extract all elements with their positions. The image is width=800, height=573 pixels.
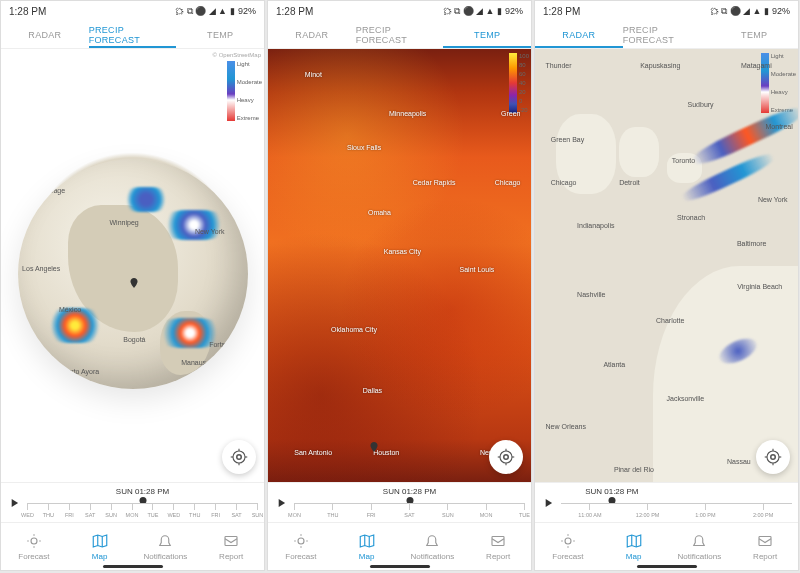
timeline-track[interactable]: SUN 01:28 PM WED THU FRI SAT SUN MON TUE… xyxy=(27,487,258,519)
battery-icon: ▮ xyxy=(230,6,235,16)
status-time: 1:28 PM xyxy=(9,6,46,17)
locate-button[interactable] xyxy=(489,440,523,474)
city-sanantonio: San Antonio xyxy=(294,449,332,456)
svg-point-1 xyxy=(233,451,245,463)
city-newyork: New York xyxy=(195,228,225,235)
screen-temp: 1:28 PM 🗰 ⧉ ⚫ ◢ ▲ ▮ 92% RADAR PRECIP FOR… xyxy=(267,0,532,571)
svg-point-6 xyxy=(31,538,37,544)
nav-map[interactable]: Map xyxy=(334,523,400,570)
location-pin xyxy=(368,438,380,456)
city-kc: Kansas City xyxy=(384,248,421,255)
nav-notifications[interactable]: Notifications xyxy=(133,523,199,570)
play-button[interactable] xyxy=(274,496,288,510)
tab-radar[interactable]: RADAR xyxy=(1,21,89,48)
svg-point-34 xyxy=(565,538,571,544)
map-attribution: © OpenStreetMap xyxy=(213,52,261,58)
status-indicators: 🗰 ⧉ ⚫ ◢ ▲ ▮ 92% xyxy=(710,6,790,17)
map-area[interactable]: 100 80 60 40 20 0 -20 Minot Minneapolis … xyxy=(268,49,531,482)
nav-map[interactable]: Map xyxy=(67,523,133,570)
locate-button[interactable] xyxy=(756,440,790,474)
status-bar: 1:28 PM 🗰 ⧉ ⚫ ◢ ▲ ▮ 92% xyxy=(1,1,264,21)
tab-temp[interactable]: TEMP xyxy=(710,21,798,48)
svg-point-20 xyxy=(298,538,304,544)
home-indicator[interactable] xyxy=(370,565,430,568)
svg-rect-41 xyxy=(759,537,771,546)
svg-point-29 xyxy=(767,451,779,463)
timeline-time: SUN 01:28 PM xyxy=(383,487,436,496)
nav-forecast[interactable]: Forecast xyxy=(268,523,334,570)
status-indicators: 🗰 ⧉ ⚫ ◢ ▲ ▮ 92% xyxy=(443,6,523,17)
map-area[interactable]: © OpenStreetMap Light Moderate Heavy Ext… xyxy=(1,49,264,482)
timeline: SUN 01:28 PM MON THU FRI SAT SUN MON TUE xyxy=(268,482,531,522)
timeline-track[interactable]: SUN 01:28 PM MON THU FRI SAT SUN MON TUE xyxy=(294,487,525,519)
map-area[interactable]: Light Moderate Heavy Extreme Thunder Kap… xyxy=(535,49,798,482)
tab-precip[interactable]: PRECIP FORECAST xyxy=(89,21,177,48)
timeline-time: SUN 01:28 PM xyxy=(116,487,169,496)
nav-report[interactable]: Report xyxy=(465,523,531,570)
svg-point-0 xyxy=(237,455,242,460)
bottom-nav: Forecast Map Notifications Report xyxy=(535,522,798,570)
city-chicago: Chicago xyxy=(495,179,521,186)
svg-point-15 xyxy=(500,451,512,463)
nav-forecast[interactable]: Forecast xyxy=(535,523,601,570)
layer-tabs: RADAR PRECIP FORECAST TEMP xyxy=(1,21,264,49)
city-mpls: Minneapolis xyxy=(389,110,426,117)
city-omaha: Omaha xyxy=(368,209,391,216)
city-la: Los Angeles xyxy=(22,265,60,272)
city-cedar: Cedar Rapids xyxy=(413,179,456,186)
city-bogota: Bogotá xyxy=(123,336,145,343)
city-green: Green xyxy=(501,110,520,117)
svg-point-28 xyxy=(771,455,776,460)
home-indicator[interactable] xyxy=(103,565,163,568)
tab-precip[interactable]: PRECIP FORECAST xyxy=(356,21,444,48)
globe[interactable]: Anchorage Winnipeg New York Los Angeles … xyxy=(18,159,248,389)
nav-notifications[interactable]: Notifications xyxy=(667,523,733,570)
bottom-nav: Forecast Map Notifications Report xyxy=(1,522,264,570)
nav-report[interactable]: Report xyxy=(732,523,798,570)
nav-notifications[interactable]: Notifications xyxy=(400,523,466,570)
map-background xyxy=(535,49,798,482)
status-bar: 1:28 PM 🗰 ⧉ ⚫ ◢ ▲ ▮ 92% xyxy=(535,1,798,21)
timeline-track[interactable]: SUN 01:28 PM 11:00 AM 12:00 PM 1:00 PM 2… xyxy=(561,487,792,519)
bottom-nav: Forecast Map Notifications Report xyxy=(268,522,531,570)
legend-bar xyxy=(227,61,235,121)
city-minot: Minot xyxy=(305,71,322,78)
locate-button[interactable] xyxy=(222,440,256,474)
status-time: 1:28 PM xyxy=(276,6,313,17)
battery-pct: 92% xyxy=(238,6,256,16)
city-mexico: México xyxy=(59,306,81,313)
tab-radar[interactable]: RADAR xyxy=(268,21,356,48)
layer-tabs: RADAR PRECIP FORECAST TEMP xyxy=(268,21,531,49)
svg-point-14 xyxy=(504,455,509,460)
status-time: 1:28 PM xyxy=(543,6,580,17)
legend: Light Moderate Heavy Extreme xyxy=(227,61,262,121)
city-dallas: Dallas xyxy=(363,387,382,394)
play-button[interactable] xyxy=(541,496,555,510)
play-button[interactable] xyxy=(7,496,21,510)
screen-radar: 1:28 PM 🗰 ⧉ ⚫ ◢ ▲ ▮ 92% RADAR PRECIP FOR… xyxy=(534,0,799,571)
legend-labels: 100 80 60 40 20 0 -20 xyxy=(519,53,529,113)
timeline-ticks: WED THU FRI SAT SUN MON TUE WED THU FRI … xyxy=(27,503,258,511)
timeline: SUN 01:28 PM 11:00 AM 12:00 PM 1:00 PM 2… xyxy=(535,482,798,522)
tab-temp[interactable]: TEMP xyxy=(176,21,264,48)
nav-report[interactable]: Report xyxy=(198,523,264,570)
legend-labels: Light Moderate Heavy Extreme xyxy=(771,53,796,113)
tab-temp[interactable]: TEMP xyxy=(443,21,531,48)
nav-forecast[interactable]: Forecast xyxy=(1,523,67,570)
screen-precip-forecast: 1:28 PM 🗰 ⧉ ⚫ ◢ ▲ ▮ 92% RADAR PRECIP FOR… xyxy=(0,0,265,571)
status-bar: 1:28 PM 🗰 ⧉ ⚫ ◢ ▲ ▮ 92% xyxy=(268,1,531,21)
home-indicator[interactable] xyxy=(637,565,697,568)
tab-radar[interactable]: RADAR xyxy=(535,21,623,48)
timeline-ticks: 11:00 AM 12:00 PM 1:00 PM 2:00 PM xyxy=(561,503,792,511)
timeline-ticks: MON THU FRI SAT SUN MON TUE xyxy=(294,503,525,511)
svg-rect-13 xyxy=(225,537,237,546)
city-winnipeg: Winnipeg xyxy=(110,219,139,226)
city-manaus: Manaus xyxy=(181,359,206,366)
legend-bar xyxy=(509,53,517,113)
nav-map[interactable]: Map xyxy=(601,523,667,570)
legend: 100 80 60 40 20 0 -20 xyxy=(509,53,529,113)
city-sioux: Sioux Falls xyxy=(347,144,381,151)
status-indicators: 🗰 ⧉ ⚫ ◢ ▲ ▮ 92% xyxy=(175,6,256,17)
tab-precip[interactable]: PRECIP FORECAST xyxy=(623,21,711,48)
location-pin xyxy=(128,274,140,292)
